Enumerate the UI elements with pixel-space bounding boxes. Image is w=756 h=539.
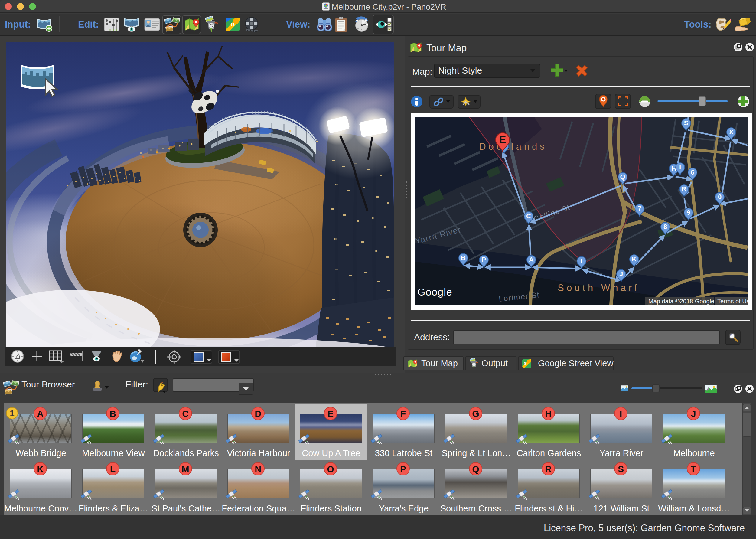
svg-text:E: E: [499, 133, 506, 145]
svg-text:8: 8: [663, 223, 667, 230]
svg-text:R: R: [682, 185, 686, 193]
svg-text:B: B: [461, 254, 466, 262]
svg-text:A: A: [529, 256, 534, 264]
svg-text:7: 7: [638, 205, 642, 212]
svg-text:6: 6: [691, 169, 694, 176]
svg-text:0: 0: [718, 193, 722, 200]
svg-text:Google: Google: [417, 286, 452, 298]
svg-text:G: G: [524, 361, 526, 366]
svg-text:G: G: [231, 22, 235, 28]
svg-text:Map data ©2018 Google: Map data ©2018 Google: [648, 298, 714, 305]
svg-text:P: P: [482, 256, 486, 264]
svg-text:9: 9: [687, 209, 690, 216]
svg-text:South Wharf: South Wharf: [558, 282, 640, 293]
svg-text:K: K: [632, 255, 637, 263]
svg-text:J: J: [619, 270, 623, 278]
svg-text:X: X: [729, 128, 734, 136]
svg-text:C: C: [526, 212, 531, 220]
svg-text:I: I: [679, 163, 681, 171]
svg-text:Q: Q: [620, 173, 625, 181]
svg-text:S: S: [684, 119, 689, 127]
svg-text:Terms of Use: Terms of Use: [717, 298, 747, 305]
svg-text:I: I: [581, 257, 583, 265]
svg-text:Docklands: Docklands: [479, 141, 547, 152]
